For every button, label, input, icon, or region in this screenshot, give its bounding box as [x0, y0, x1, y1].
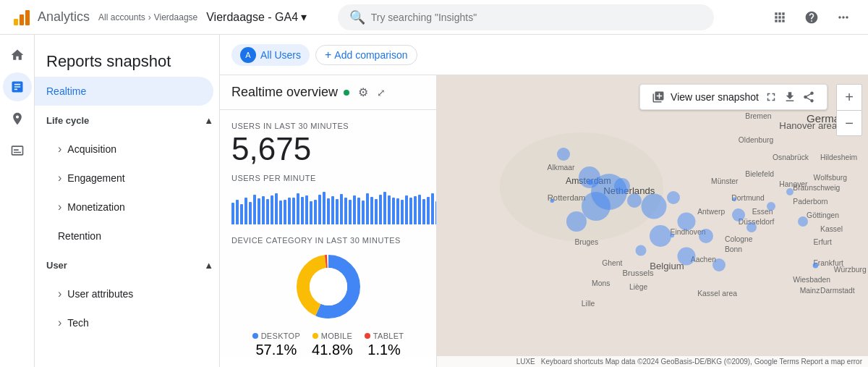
nav-monetization[interactable]: › Monetization [35, 193, 213, 222]
view-snapshot-label: View user snapshot [671, 91, 759, 103]
nav-user-attributes[interactable]: › User attributes [35, 279, 213, 308]
nav-engagement-label: Engagement [67, 172, 124, 184]
svg-text:Alkmaar: Alkmaar [548, 164, 576, 172]
toolbar: A All Users + Add comparison [220, 35, 868, 75]
bar-segment [392, 198, 395, 225]
svg-text:Düsseldorf: Düsseldorf [739, 218, 775, 226]
nav-acquisition[interactable]: › Acquisition [35, 135, 213, 164]
bar-segment [231, 203, 234, 224]
nav-user-attributes-label: User attributes [67, 288, 133, 300]
bar-segment [275, 193, 278, 225]
bar-segment [414, 196, 417, 224]
map-controls: + − [836, 84, 862, 136]
left-nav: Reports snapshot Realtime Life cycle ▲ ›… [35, 35, 220, 367]
snapshot-icon [652, 90, 665, 104]
svg-text:Bielefeld: Bielefeld [745, 170, 774, 178]
user-avatar: A [240, 47, 256, 63]
svg-text:Mons: Mons [592, 279, 610, 287]
mobile-dot [312, 333, 318, 339]
download-icon [783, 90, 796, 104]
realtime-title: Realtime overview [231, 85, 338, 100]
breadcrumb-area: All accounts › Vierdaagse [98, 12, 197, 22]
nav-realtime[interactable]: Realtime [35, 77, 213, 106]
svg-rect-0 [14, 19, 18, 25]
nav-engagement[interactable]: › Engagement [35, 164, 213, 193]
bar-segment [375, 199, 378, 224]
share-icon [802, 90, 815, 104]
nav-tech[interactable]: › Tech [35, 308, 213, 337]
settings-icon[interactable]: ⚙ [358, 85, 368, 99]
svg-text:Liège: Liège [629, 283, 648, 291]
bar-segment [253, 195, 256, 224]
add-comparison-label: Add comparison [334, 49, 407, 61]
nav-retention[interactable]: Retention [35, 222, 213, 250]
bar-segment [340, 194, 343, 224]
svg-text:Bremen: Bremen [745, 112, 772, 120]
svg-text:Cologne: Cologne [725, 235, 753, 243]
nav-reports-icon-button[interactable] [3, 72, 32, 101]
users-count: 5,675 [231, 133, 425, 165]
main-area: Reports snapshot Realtime Life cycle ▲ ›… [0, 35, 868, 367]
bar-segment [249, 202, 252, 225]
users-per-minute-chart [231, 188, 425, 224]
bar-segment [310, 201, 312, 224]
bar-segment [427, 197, 430, 224]
tablet-dot [365, 333, 370, 339]
nav-acquisition-label: Acquisition [67, 143, 116, 155]
zoom-in-button[interactable]: + [836, 84, 862, 110]
nav-lifecycle-section[interactable]: Life cycle ▲ [35, 106, 219, 135]
add-comparison-button[interactable]: + Add comparison [315, 45, 417, 65]
bar-segment [349, 200, 352, 224]
bar-segment [305, 195, 308, 225]
breadcrumb-all: All accounts [98, 12, 145, 22]
desktop-dot [252, 333, 258, 339]
bar-segment [314, 200, 317, 225]
lifecycle-collapse-icon: ▲ [204, 115, 213, 126]
svg-point-47 [670, 233, 674, 237]
mobile-pct: 41.8% [312, 342, 353, 358]
zoom-out-button[interactable]: − [836, 110, 862, 136]
nav-home-icon-button[interactable] [3, 41, 32, 69]
svg-text:Wiesbaden: Wiesbaden [793, 276, 830, 284]
bar-segment [323, 192, 326, 224]
all-users-chip[interactable]: A All Users [231, 44, 310, 66]
bar-segment [266, 199, 269, 224]
apps-icon-button[interactable] [767, 4, 793, 30]
tablet-pct: 1.1% [367, 342, 401, 358]
svg-text:Lille: Lille [582, 300, 595, 308]
bar-segment [401, 200, 404, 224]
nav-explore-icon-button[interactable] [3, 104, 32, 133]
add-icon: + [325, 48, 331, 62]
property-selector[interactable]: Vierdaagse - GA4 ▾ [206, 10, 307, 24]
property-dropdown-icon[interactable]: ▾ [301, 10, 307, 24]
donut-chart [292, 250, 365, 323]
donut-chart-container [231, 250, 425, 323]
view-user-snapshot-button[interactable]: View user snapshot [639, 84, 827, 110]
bar-segment [409, 198, 412, 224]
svg-text:Wolfsburg: Wolfsburg [814, 174, 848, 182]
nav-user-section[interactable]: User ▲ [35, 250, 219, 279]
menu-icon-button[interactable] [830, 4, 856, 30]
tablet-label: TABLET [373, 332, 404, 340]
device-legend: DESKTOP 57.1% MOBILE 41.8% [231, 332, 425, 358]
reports-snapshot-title: Reports snapshot [35, 41, 219, 77]
search-input[interactable] [371, 12, 702, 23]
help-icon-button[interactable] [799, 4, 825, 30]
nav-advertising-icon-button[interactable] [3, 136, 32, 165]
bar-segment [318, 195, 321, 224]
bar-segment [362, 201, 365, 224]
svg-text:Eindhoven: Eindhoven [670, 228, 705, 236]
expand-realtime-icon[interactable]: ⤢ [377, 87, 386, 98]
svg-text:Braunschweig: Braunschweig [793, 184, 840, 192]
bar-segment [336, 199, 339, 224]
bar-segment [405, 195, 408, 225]
bar-segment [258, 198, 260, 224]
svg-text:Münster: Münster [711, 177, 739, 185]
left-panel: Reports snapshot Realtime Life cycle ▲ ›… [0, 35, 220, 367]
bar-segment [327, 198, 330, 224]
desktop-label: DESKTOP [261, 332, 300, 340]
device-category-label: DEVICE CATEGORY IN LAST 30 MINUTES [231, 236, 425, 245]
svg-point-48 [732, 197, 736, 201]
svg-point-49 [813, 263, 819, 269]
search-bar[interactable]: 🔍 [338, 4, 714, 30]
